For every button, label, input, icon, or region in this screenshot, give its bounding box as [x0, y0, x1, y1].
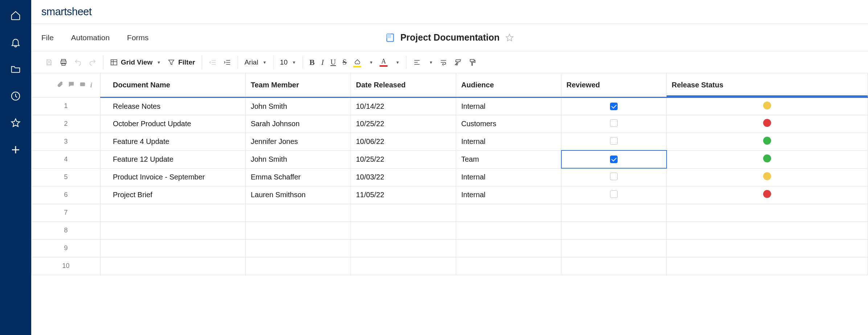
cell-date[interactable]: 10/25/22 — [351, 115, 456, 133]
cell-date[interactable]: 10/03/22 — [351, 168, 456, 186]
cell-status[interactable] — [667, 150, 868, 168]
fill-color-button[interactable] — [353, 57, 361, 67]
undo-icon[interactable] — [74, 58, 82, 66]
recents-icon[interactable] — [10, 91, 21, 102]
create-icon[interactable] — [10, 144, 21, 155]
cell-member[interactable]: Jennifer Jones — [246, 133, 351, 150]
sheet-title[interactable]: Project Documentation — [400, 32, 500, 43]
cell-reviewed[interactable] — [561, 257, 667, 275]
cell-member[interactable]: John Smith — [246, 150, 351, 168]
cell-audience[interactable] — [456, 239, 561, 257]
view-switcher[interactable]: Grid View ▼ — [110, 58, 161, 66]
strikethrough-button[interactable]: S — [343, 58, 347, 67]
bold-button[interactable]: B — [310, 58, 315, 67]
cell-audience[interactable] — [456, 257, 561, 275]
row-number[interactable]: 5 — [32, 168, 101, 186]
cell-reviewed[interactable] — [561, 204, 667, 222]
checkbox[interactable] — [610, 173, 618, 180]
cell-audience[interactable]: Internal — [456, 168, 561, 186]
cell-member[interactable]: Sarah Johnson — [246, 115, 351, 133]
cell-status[interactable] — [667, 115, 868, 133]
row-number[interactable]: 7 — [32, 204, 101, 222]
cell-member[interactable] — [246, 257, 351, 275]
row-number[interactable]: 1 — [32, 97, 101, 115]
favorites-icon[interactable] — [10, 117, 21, 128]
cell-document[interactable] — [101, 222, 246, 239]
underline-button[interactable]: U — [331, 58, 336, 67]
cell-reviewed[interactable] — [561, 168, 667, 186]
cell-member[interactable] — [246, 239, 351, 257]
cell-document[interactable]: Feature 12 Update — [101, 150, 246, 168]
cell-member[interactable]: Emma Schaffer — [246, 168, 351, 186]
cell-status[interactable] — [667, 239, 868, 257]
row-number[interactable]: 9 — [32, 239, 101, 257]
cell-document[interactable] — [101, 204, 246, 222]
wrap-button[interactable] — [439, 58, 447, 66]
italic-button[interactable]: I — [321, 58, 324, 67]
col-header-member[interactable]: Team Member — [246, 73, 351, 97]
cell-audience[interactable] — [456, 204, 561, 222]
cell-audience[interactable]: Internal — [456, 133, 561, 150]
checkbox[interactable] — [610, 103, 618, 110]
cell-document[interactable]: Product Invoice - September — [101, 168, 246, 186]
cell-document[interactable] — [101, 257, 246, 275]
cell-member[interactable]: John Smith — [246, 97, 351, 115]
proofs-icon[interactable] — [79, 81, 86, 90]
indent-icon[interactable] — [223, 58, 231, 66]
outdent-icon[interactable] — [209, 58, 217, 66]
font-family-select[interactable]: Arial ▼ — [245, 58, 267, 66]
chevron-down-icon[interactable]: ▼ — [396, 60, 400, 65]
cell-audience[interactable] — [456, 222, 561, 239]
cell-status[interactable] — [667, 186, 868, 204]
cell-date[interactable] — [351, 204, 456, 222]
menu-forms[interactable]: Forms — [127, 33, 149, 42]
cell-document[interactable]: Release Notes — [101, 97, 246, 115]
cell-reviewed[interactable] — [561, 222, 667, 239]
grid[interactable]: i Document Name Team Member Date Release… — [31, 73, 868, 335]
bell-icon[interactable] — [10, 37, 21, 48]
favorite-star-icon[interactable] — [505, 33, 514, 42]
row-info-icon[interactable]: i — [90, 81, 92, 89]
row-number[interactable]: 6 — [32, 186, 101, 204]
comments-icon[interactable] — [68, 81, 75, 90]
cell-date[interactable] — [351, 239, 456, 257]
cell-audience[interactable]: Internal — [456, 186, 561, 204]
cell-audience[interactable]: Internal — [456, 97, 561, 115]
cell-status[interactable] — [667, 133, 868, 150]
folder-icon[interactable] — [10, 64, 21, 75]
row-number[interactable]: 10 — [32, 257, 101, 275]
cell-date[interactable]: 10/06/22 — [351, 133, 456, 150]
cell-reviewed[interactable] — [561, 186, 667, 204]
cell-audience[interactable]: Team — [456, 150, 561, 168]
col-header-status[interactable]: Release Status — [667, 73, 868, 97]
cell-member[interactable]: Lauren Smithson — [246, 186, 351, 204]
checkbox[interactable] — [610, 190, 618, 198]
checkbox[interactable] — [610, 137, 618, 145]
cell-reviewed[interactable] — [561, 115, 667, 133]
row-number[interactable]: 8 — [32, 222, 101, 239]
home-icon[interactable] — [10, 10, 21, 21]
cell-status[interactable] — [667, 222, 868, 239]
cell-date[interactable]: 10/25/22 — [351, 150, 456, 168]
row-number[interactable]: 3 — [32, 133, 101, 150]
cell-reviewed[interactable] — [561, 97, 667, 115]
cell-status[interactable] — [667, 97, 868, 115]
cell-audience[interactable]: Customers — [456, 115, 561, 133]
row-number[interactable]: 4 — [32, 150, 101, 168]
checkbox[interactable] — [610, 156, 618, 163]
cell-reviewed[interactable] — [561, 133, 667, 150]
chevron-down-icon[interactable]: ▼ — [429, 60, 433, 65]
checkbox[interactable] — [610, 119, 618, 127]
row-number[interactable]: 2 — [32, 115, 101, 133]
cell-date[interactable] — [351, 257, 456, 275]
cell-date[interactable] — [351, 222, 456, 239]
cell-reviewed[interactable] — [561, 150, 667, 168]
menu-automation[interactable]: Automation — [71, 33, 110, 42]
redo-icon[interactable] — [89, 58, 97, 66]
cell-status[interactable] — [667, 168, 868, 186]
cell-member[interactable] — [246, 222, 351, 239]
cell-date[interactable]: 11/05/22 — [351, 186, 456, 204]
save-icon[interactable] — [45, 58, 53, 66]
col-header-reviewed[interactable]: Reviewed — [561, 73, 667, 97]
clear-format-button[interactable] — [454, 58, 462, 66]
